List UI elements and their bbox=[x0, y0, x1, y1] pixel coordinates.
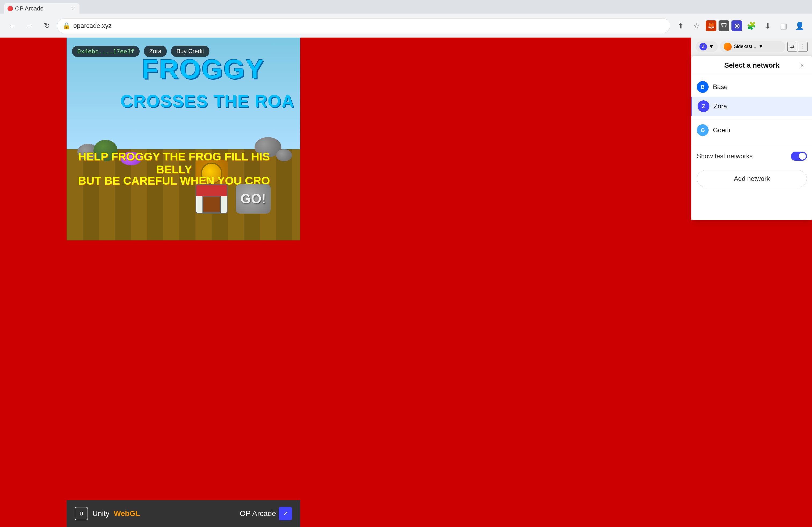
goerli-network-name: Goerli bbox=[713, 126, 730, 134]
forward-button[interactable]: → bbox=[23, 19, 37, 33]
modal-close-button[interactable]: × bbox=[797, 61, 807, 70]
active-tab[interactable]: OP Arcade × bbox=[4, 3, 79, 14]
game-area: 0x4ebc....17ee3f Zora Buy Credit FROGGY … bbox=[67, 37, 300, 240]
browser-tabs: OP Arcade × bbox=[0, 0, 812, 14]
store-roof bbox=[196, 185, 227, 196]
zora-network-avatar: Z bbox=[698, 100, 709, 112]
profile-button[interactable]: 👤 bbox=[793, 19, 807, 33]
wallet-popup: Z ▼ Sidekast... ▼ ⇄ ⋮ Select a network ×… bbox=[691, 37, 812, 220]
left-background bbox=[0, 37, 67, 240]
show-test-networks-row: Show test networks bbox=[692, 147, 812, 166]
select-network-modal: Select a network × B Base Z Zora G Goerl… bbox=[692, 56, 812, 220]
network-item-base[interactable]: B Base bbox=[692, 77, 812, 96]
account-chevron-icon: ▼ bbox=[758, 44, 764, 49]
tab-favicon bbox=[8, 6, 13, 11]
show-test-networks-toggle[interactable] bbox=[791, 152, 807, 161]
toggle-knob bbox=[799, 153, 806, 160]
game-subtitle: CROSSES THE ROA bbox=[120, 91, 294, 111]
browser-chrome: OP Arcade × ← → ↻ 🔒 oparcade.xyz ⬆ ☆ 🦊 🛡… bbox=[0, 0, 812, 37]
store-icon[interactable] bbox=[195, 184, 228, 214]
hud-address: 0x4ebc....17ee3f bbox=[72, 46, 140, 57]
wallet-account-button[interactable]: Sidekast... ▼ bbox=[720, 41, 785, 52]
share-button[interactable]: ⬆ bbox=[673, 19, 687, 33]
unity-icon: U bbox=[75, 507, 88, 520]
goerli-network-avatar: G bbox=[697, 124, 709, 136]
game-bottom-bar: U Unity WebGL OP Arcade ⤢ bbox=[67, 500, 300, 527]
op-arcade-expand-btn[interactable]: ⤢ bbox=[279, 507, 292, 520]
store-door bbox=[202, 196, 221, 213]
network-letter: Z bbox=[699, 43, 707, 50]
network-chevron-icon: ▼ bbox=[709, 44, 714, 50]
tab-title: OP Arcade bbox=[15, 5, 68, 12]
back-button[interactable]: ← bbox=[5, 19, 19, 33]
modal-title: Select a network bbox=[724, 61, 779, 70]
url-text: oparcade.xyz bbox=[73, 22, 665, 30]
go-button[interactable]: GO! bbox=[236, 184, 271, 214]
unity-label: Unity bbox=[92, 509, 110, 518]
game-text-help: HELP FROGGY THE FROG FILL HIS BELLY bbox=[72, 150, 276, 176]
bookmark-button[interactable]: ☆ bbox=[690, 19, 704, 33]
metamask-extension-icon[interactable]: 🦊 bbox=[706, 20, 716, 31]
zora-network-name: Zora bbox=[714, 103, 727, 110]
wallet-more-btn[interactable]: ⋮ bbox=[798, 42, 808, 51]
network-item-goerli[interactable]: G Goerli bbox=[692, 120, 812, 140]
op-arcade-badge: OP Arcade ⤢ bbox=[240, 507, 292, 520]
shield-extension-icon[interactable]: 🛡 bbox=[719, 20, 729, 31]
modal-header: Select a network × bbox=[692, 56, 812, 75]
game-title: FROGGY bbox=[142, 54, 264, 85]
network-item-zora[interactable]: Z Zora bbox=[692, 96, 812, 116]
base-network-name: Base bbox=[713, 83, 728, 91]
browser-toolbar: ← → ↻ 🔒 oparcade.xyz ⬆ ☆ 🦊 🛡 ◎ 🧩 ⬇ ▥ 👤 bbox=[0, 14, 812, 37]
wallet-extension-icon[interactable]: ◎ bbox=[731, 20, 742, 31]
wallet-header: Z ▼ Sidekast... ▼ ⇄ ⋮ bbox=[692, 37, 812, 56]
wallet-account-name: Sidekast... bbox=[734, 44, 756, 49]
add-network-button[interactable]: Add network bbox=[697, 170, 807, 187]
address-bar[interactable]: 🔒 oparcade.xyz bbox=[57, 18, 670, 33]
webgl-label: WebGL bbox=[114, 509, 140, 518]
tab-close-btn[interactable]: × bbox=[70, 5, 76, 12]
sidebar-button[interactable]: ▥ bbox=[777, 19, 791, 33]
show-test-networks-label: Show test networks bbox=[697, 152, 753, 160]
network-list-divider bbox=[692, 118, 812, 118]
wallet-connect-btn[interactable]: ⇄ bbox=[787, 42, 797, 51]
rock-3 bbox=[276, 149, 292, 161]
network-list: B Base Z Zora G Goerli bbox=[692, 75, 812, 142]
wallet-network-button[interactable]: Z ▼ bbox=[696, 41, 718, 52]
op-arcade-label: OP Arcade bbox=[240, 509, 276, 518]
download-button[interactable]: ⬇ bbox=[760, 19, 774, 33]
bottom-background bbox=[0, 240, 812, 527]
base-network-avatar: B bbox=[697, 81, 709, 93]
unity-badge: U Unity WebGL bbox=[75, 507, 140, 520]
refresh-button[interactable]: ↻ bbox=[40, 19, 54, 33]
toolbar-actions: ⬆ ☆ 🦊 🛡 ◎ 🧩 ⬇ ▥ 👤 bbox=[673, 19, 807, 33]
lock-icon: 🔒 bbox=[62, 22, 71, 30]
extensions-button[interactable]: 🧩 bbox=[744, 19, 758, 33]
wallet-avatar bbox=[724, 43, 732, 51]
